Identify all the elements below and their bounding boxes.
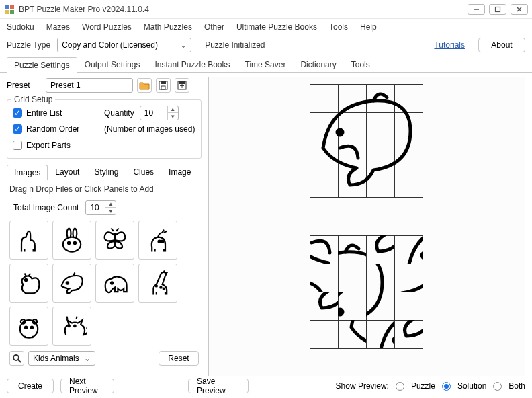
menu-sudoku[interactable]: Sudoku bbox=[7, 22, 34, 32]
subtab-clues[interactable]: Clues bbox=[126, 164, 161, 180]
thumb-bunny[interactable] bbox=[52, 221, 91, 260]
tab-output-settings[interactable]: Output Settings bbox=[77, 56, 148, 72]
thumb-llama[interactable] bbox=[9, 221, 48, 260]
svg-text:+: + bbox=[179, 81, 184, 90]
tab-puzzle-settings[interactable]: Puzzle Settings bbox=[7, 57, 77, 73]
save-preset-button[interactable] bbox=[156, 78, 171, 93]
main-tabs: Puzzle Settings Output Settings Instant … bbox=[0, 56, 532, 73]
save-as-preset-button[interactable]: + bbox=[175, 78, 189, 93]
menubar: Sudoku Mazes Word Puzzles Math Puzzles O… bbox=[0, 19, 532, 35]
menu-mazes[interactable]: Mazes bbox=[46, 22, 70, 32]
svg-point-28 bbox=[25, 327, 27, 329]
tab-dictionary[interactable]: Dictionary bbox=[293, 56, 343, 72]
subtab-images[interactable]: Images bbox=[7, 165, 48, 180]
save-preview-button[interactable]: Save Preview bbox=[188, 379, 249, 393]
svg-point-14 bbox=[63, 237, 81, 252]
svg-point-32 bbox=[13, 355, 19, 360]
preview-both-label: Both bbox=[508, 381, 525, 391]
close-button[interactable] bbox=[511, 4, 528, 15]
preview-solution-grid bbox=[310, 84, 423, 197]
svg-rect-0 bbox=[5, 5, 9, 9]
thumb-dolphin[interactable] bbox=[52, 264, 91, 303]
next-preview-button[interactable]: Next Preview bbox=[60, 379, 114, 393]
menu-ultimate-puzzle-books[interactable]: Ultimate Puzzle Books bbox=[236, 22, 317, 32]
menu-help[interactable]: Help bbox=[360, 22, 377, 32]
thumb-deer[interactable] bbox=[138, 221, 177, 260]
open-preset-button[interactable] bbox=[137, 78, 152, 93]
subtab-image[interactable]: Image bbox=[161, 164, 198, 180]
image-thumb-grid bbox=[7, 221, 202, 346]
svg-point-29 bbox=[31, 327, 33, 329]
drag-drop-hint: Drag n Drop Files or Click Panels to Add bbox=[7, 180, 202, 198]
images-subtabs: Images Layout Styling Clues Image bbox=[7, 164, 202, 180]
show-preview-label: Show Preview: bbox=[336, 381, 389, 391]
puzzle-type-combo[interactable]: Copy and Color (Licensed) ⌄ bbox=[57, 38, 191, 52]
subtab-styling[interactable]: Styling bbox=[87, 164, 126, 180]
window-title: BPT Puzzle Maker Pro v2024.11.0.4 bbox=[19, 5, 468, 14]
preview-puzzle-grid bbox=[310, 235, 423, 348]
quantity-up[interactable]: ▲ bbox=[168, 106, 178, 113]
random-order-checkbox[interactable]: ✓ bbox=[13, 124, 22, 134]
svg-point-17 bbox=[159, 241, 161, 243]
random-order-label: Random Order bbox=[26, 124, 79, 134]
preview-puzzle-radio[interactable] bbox=[396, 382, 404, 391]
app-icon bbox=[4, 4, 15, 15]
tab-time-saver[interactable]: Time Saver bbox=[238, 56, 294, 72]
svg-point-15 bbox=[68, 242, 70, 244]
search-collection-button[interactable] bbox=[9, 351, 24, 366]
thumb-squirrel[interactable] bbox=[9, 264, 48, 303]
tab-tools[interactable]: Tools bbox=[344, 56, 378, 72]
quantity-label: Quantity bbox=[104, 108, 134, 118]
svg-point-21 bbox=[111, 282, 113, 284]
about-button[interactable]: About bbox=[478, 38, 525, 52]
thumb-cat[interactable] bbox=[52, 307, 91, 346]
menu-math-puzzles[interactable]: Math Puzzles bbox=[144, 22, 192, 32]
tutorials-link[interactable]: Tutorials bbox=[434, 40, 465, 50]
quantity-note: (Number of images used) bbox=[104, 124, 195, 134]
svg-point-19 bbox=[25, 279, 27, 281]
reset-button[interactable]: Reset bbox=[159, 351, 199, 366]
svg-line-33 bbox=[18, 360, 21, 362]
svg-rect-3 bbox=[10, 10, 14, 14]
preview-panel bbox=[208, 77, 525, 376]
thumb-giraffe[interactable] bbox=[138, 264, 177, 303]
svg-rect-5 bbox=[496, 7, 500, 11]
preset-label: Preset bbox=[7, 81, 42, 90]
grid-setup-group: Grid Setup ✓ Entire List Quantity 10 ▲▼ … bbox=[7, 100, 202, 159]
svg-point-30 bbox=[68, 325, 70, 327]
menu-word-puzzles[interactable]: Word Puzzles bbox=[82, 22, 132, 32]
preset-input[interactable]: Preset 1 bbox=[46, 78, 133, 93]
preview-both-radio[interactable] bbox=[493, 382, 502, 391]
quantity-spinner[interactable]: 10 ▲▼ bbox=[140, 106, 179, 120]
svg-rect-2 bbox=[5, 10, 9, 14]
collection-combo[interactable]: Kids Animals ⌄ bbox=[28, 351, 95, 366]
thumb-butterfly[interactable] bbox=[95, 221, 134, 260]
svg-point-16 bbox=[74, 242, 76, 244]
total-image-count-label: Total Image Count bbox=[13, 203, 79, 212]
status-text: Puzzle Initialized bbox=[205, 40, 265, 50]
preview-solution-label: Solution bbox=[457, 381, 486, 391]
svg-point-31 bbox=[74, 325, 76, 327]
thumb-elephant[interactable] bbox=[95, 264, 134, 303]
export-parts-checkbox[interactable] bbox=[13, 141, 22, 150]
svg-point-23 bbox=[160, 287, 161, 288]
menu-tools[interactable]: Tools bbox=[329, 22, 348, 32]
create-button[interactable]: Create bbox=[7, 379, 54, 393]
quantity-down[interactable]: ▼ bbox=[168, 113, 178, 120]
entire-list-checkbox[interactable]: ✓ bbox=[13, 108, 22, 118]
preview-solution-radio[interactable] bbox=[442, 382, 451, 391]
subtab-layout[interactable]: Layout bbox=[48, 164, 87, 180]
thumb-hamster[interactable] bbox=[9, 307, 48, 346]
export-parts-label: Export Parts bbox=[26, 141, 71, 150]
menu-other[interactable]: Other bbox=[204, 22, 224, 32]
svg-rect-9 bbox=[161, 81, 166, 84]
maximize-button[interactable] bbox=[489, 4, 506, 15]
svg-point-25 bbox=[20, 320, 38, 337]
svg-point-20 bbox=[66, 282, 69, 284]
grid-setup-legend: Grid Setup bbox=[11, 95, 55, 104]
total-image-count-spinner[interactable]: 10 ▲▼ bbox=[85, 200, 116, 215]
tab-instant-puzzle-books[interactable]: Instant Puzzle Books bbox=[147, 56, 237, 72]
minimize-button[interactable] bbox=[468, 4, 485, 15]
chevron-down-icon: ⌄ bbox=[84, 354, 91, 363]
preview-puzzle-label: Puzzle bbox=[411, 381, 435, 391]
